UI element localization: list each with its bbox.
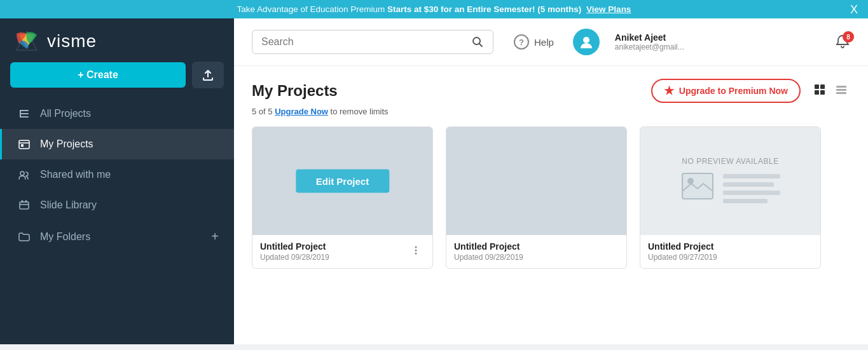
project-info-3: Untitled Project Updated 09/27/2019 bbox=[640, 235, 820, 268]
help-icon: ? bbox=[514, 34, 529, 50]
search-button[interactable] bbox=[471, 36, 484, 48]
project-info-2: Untitled Project Updated 09/28/2019 bbox=[446, 235, 626, 268]
user-info: Aniket Ajeet aniketajeet@gmail... bbox=[615, 32, 684, 51]
notification-button[interactable]: 8 bbox=[835, 34, 850, 50]
sidebar-nav: All Projects My Projects bbox=[0, 98, 234, 253]
project-details-3: Untitled Project Updated 09/27/2019 bbox=[648, 241, 813, 262]
slide-library-icon bbox=[17, 199, 31, 212]
user-name: Aniket Ajeet bbox=[615, 32, 684, 43]
more-menu-icon bbox=[411, 245, 421, 255]
preview-line bbox=[723, 174, 780, 178]
user-email: aniketajeet@gmail... bbox=[615, 43, 684, 51]
svg-rect-13 bbox=[815, 90, 819, 95]
projects-grid: Edit Project Untitled Project Updated 09… bbox=[252, 126, 850, 269]
edit-project-overlay[interactable]: Edit Project bbox=[296, 170, 389, 193]
avatar-icon bbox=[578, 34, 595, 50]
my-folders-icon bbox=[17, 231, 31, 243]
sidebar: visme + Create bbox=[0, 18, 234, 344]
project-date-2: Updated 09/28/2019 bbox=[454, 253, 619, 262]
sidebar-item-my-projects[interactable]: My Projects bbox=[0, 129, 234, 159]
list-view-button[interactable] bbox=[832, 82, 850, 100]
no-preview-image-icon bbox=[681, 172, 714, 206]
svg-point-20 bbox=[415, 252, 417, 254]
header-right: ★ Upgrade to Premium Now bbox=[651, 79, 850, 103]
svg-rect-5 bbox=[19, 140, 29, 149]
sidebar-item-my-folders[interactable]: My Folders + bbox=[0, 220, 234, 253]
view-plans-link[interactable]: View Plans bbox=[586, 4, 631, 14]
no-preview-content bbox=[668, 172, 793, 206]
project-card[interactable]: NO PREVIEW AVAILABLE bbox=[640, 126, 821, 269]
preview-line bbox=[723, 191, 780, 195]
preview-line bbox=[723, 199, 768, 203]
svg-rect-21 bbox=[682, 173, 713, 199]
upgrade-button[interactable]: ★ Upgrade to Premium Now bbox=[651, 79, 801, 103]
svg-point-18 bbox=[415, 246, 417, 248]
upload-icon bbox=[201, 68, 215, 82]
svg-point-7 bbox=[20, 172, 24, 175]
create-button[interactable]: + Create bbox=[10, 62, 186, 88]
main-content: ? Help Aniket Ajeet aniketajeet@gmail...… bbox=[234, 18, 868, 344]
search-input[interactable] bbox=[261, 36, 465, 48]
my-folders-label: My Folders bbox=[40, 231, 90, 243]
shared-with-me-label: Shared with me bbox=[40, 169, 111, 180]
svg-point-10 bbox=[583, 37, 589, 43]
notification-badge: 8 bbox=[843, 31, 854, 43]
svg-point-19 bbox=[415, 249, 417, 251]
svg-point-22 bbox=[687, 178, 694, 184]
all-projects-label: All Projects bbox=[40, 108, 91, 119]
project-thumbnail-3: NO PREVIEW AVAILABLE bbox=[640, 127, 820, 235]
sidebar-actions: + Create bbox=[0, 62, 234, 98]
upload-button[interactable] bbox=[192, 62, 224, 88]
all-projects-icon bbox=[17, 107, 31, 120]
promo-banner: Take Advantage of Education Premium Star… bbox=[0, 0, 868, 18]
page-title: My Projects bbox=[252, 82, 338, 100]
help-button[interactable]: ? Help bbox=[514, 34, 554, 50]
projects-count: 5 of 5 Upgrade Now to remove limits bbox=[252, 107, 850, 116]
svg-rect-12 bbox=[820, 84, 825, 89]
svg-rect-11 bbox=[815, 84, 819, 89]
grid-view-icon bbox=[813, 83, 826, 96]
app-layout: visme + Create bbox=[0, 18, 868, 344]
sidebar-item-shared-with-me[interactable]: Shared with me bbox=[0, 159, 234, 190]
project-name-3: Untitled Project bbox=[648, 241, 813, 252]
logo-area: visme bbox=[0, 18, 234, 62]
banner-close-button[interactable]: X bbox=[850, 4, 858, 15]
svg-rect-16 bbox=[836, 89, 846, 91]
sidebar-item-all-projects[interactable]: All Projects bbox=[0, 98, 234, 129]
preview-line bbox=[723, 182, 774, 187]
projects-header: My Projects ★ Upgrade to Premium Now bbox=[252, 79, 850, 103]
view-toggle bbox=[811, 82, 850, 100]
project-menu-button-1[interactable] bbox=[407, 244, 425, 260]
my-projects-label: My Projects bbox=[40, 138, 93, 150]
project-name-2: Untitled Project bbox=[454, 241, 619, 252]
banner-text: Take Advantage of Education Premium Star… bbox=[237, 4, 631, 14]
project-info-1: Untitled Project Updated 09/28/2019 bbox=[252, 235, 432, 268]
search-icon bbox=[471, 36, 484, 48]
svg-rect-6 bbox=[21, 144, 24, 147]
user-avatar[interactable] bbox=[573, 29, 600, 55]
project-details-2: Untitled Project Updated 09/28/2019 bbox=[454, 241, 619, 262]
logo-text: visme bbox=[47, 31, 97, 51]
svg-rect-14 bbox=[820, 90, 825, 95]
search-bar[interactable] bbox=[252, 30, 493, 54]
project-thumbnail-1: Edit Project bbox=[252, 127, 432, 235]
upgrade-star-icon: ★ bbox=[664, 84, 674, 98]
help-label: Help bbox=[534, 37, 554, 48]
project-details-1: Untitled Project Updated 09/28/2019 bbox=[260, 241, 407, 262]
project-thumbnail-2 bbox=[446, 127, 626, 235]
list-view-icon bbox=[835, 83, 848, 96]
main-header: ? Help Aniket Ajeet aniketajeet@gmail...… bbox=[234, 18, 868, 66]
visme-logo-icon bbox=[13, 30, 41, 53]
sidebar-item-slide-library[interactable]: Slide Library bbox=[0, 190, 234, 220]
grid-view-button[interactable] bbox=[811, 82, 829, 100]
svg-rect-15 bbox=[836, 86, 846, 88]
svg-rect-17 bbox=[836, 92, 846, 94]
project-card[interactable]: Untitled Project Updated 09/28/2019 bbox=[446, 126, 627, 269]
upgrade-now-link[interactable]: Upgrade Now bbox=[275, 107, 328, 116]
add-folder-button[interactable]: + bbox=[211, 229, 219, 244]
slide-library-label: Slide Library bbox=[40, 199, 97, 211]
svg-rect-8 bbox=[20, 202, 29, 209]
no-preview-text: NO PREVIEW AVAILABLE bbox=[682, 157, 778, 166]
project-date-3: Updated 09/27/2019 bbox=[648, 253, 813, 262]
project-card[interactable]: Edit Project Untitled Project Updated 09… bbox=[252, 126, 433, 269]
